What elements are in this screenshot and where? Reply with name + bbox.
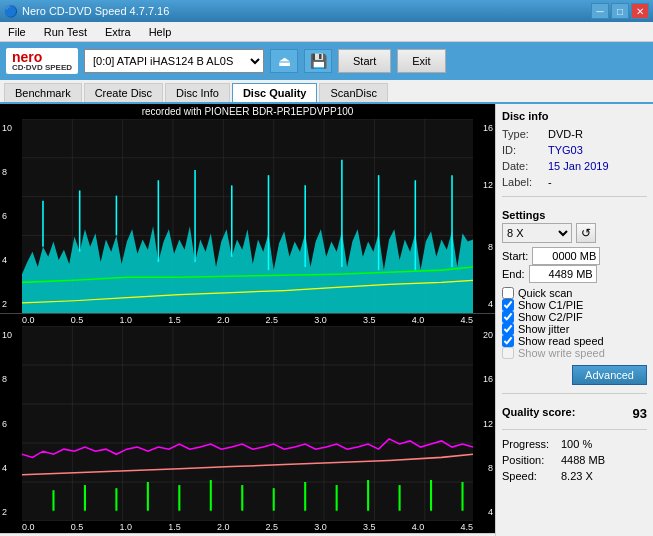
show-jitter-row: Show jitter xyxy=(502,323,647,335)
show-read-speed-checkbox[interactable] xyxy=(502,335,514,347)
eject-button[interactable]: ⏏ xyxy=(270,49,298,73)
advanced-button[interactable]: Advanced xyxy=(572,365,647,385)
end-input[interactable] xyxy=(529,265,597,283)
menu-extra[interactable]: Extra xyxy=(101,24,135,40)
menu-run-test[interactable]: Run Test xyxy=(40,24,91,40)
menu-help[interactable]: Help xyxy=(145,24,176,40)
titlebar: 🔵 Nero CD-DVD Speed 4.7.7.16 ─ □ ✕ xyxy=(0,0,653,22)
quick-scan-checkbox[interactable] xyxy=(502,287,514,299)
progress-row: Progress: 100 % xyxy=(502,438,647,450)
logo-main: nero xyxy=(12,50,72,64)
start-row: Start: xyxy=(502,247,647,265)
close-button[interactable]: ✕ xyxy=(631,3,649,19)
chart-bottom: 10 8 6 4 2 20 16 12 8 4 xyxy=(0,326,495,521)
app-icon: 🔵 xyxy=(4,5,18,18)
tab-disc-quality[interactable]: Disc Quality xyxy=(232,83,318,102)
quick-scan-row: Quick scan xyxy=(502,287,647,299)
speed-row: 8 X ↺ xyxy=(502,223,647,243)
menubar: File Run Test Extra Help xyxy=(0,22,653,42)
top-chart-svg xyxy=(22,119,473,313)
exit-button[interactable]: Exit xyxy=(397,49,445,73)
show-c1pie-row: Show C1/PIE xyxy=(502,299,647,311)
logo-sub: CD·DVD SPEED xyxy=(12,64,72,72)
drive-select[interactable]: [0:0] ATAPI iHAS124 B AL0S xyxy=(84,49,264,73)
tab-create-disc[interactable]: Create Disc xyxy=(84,83,163,102)
show-c2pif-checkbox[interactable] xyxy=(502,311,514,323)
tab-benchmark[interactable]: Benchmark xyxy=(4,83,82,102)
show-read-speed-row: Show read speed xyxy=(502,335,647,347)
refresh-button[interactable]: ↺ xyxy=(576,223,596,243)
save-button[interactable]: 💾 xyxy=(304,49,332,73)
top-x-axis: 0.0 0.5 1.0 1.5 2.0 2.5 3.0 3.5 4.0 4.5 xyxy=(0,314,495,326)
titlebar-title: Nero CD-DVD Speed 4.7.7.16 xyxy=(18,5,591,17)
chart-title: recorded with PIONEER BDR-PR1EPDVPP100 xyxy=(0,104,495,119)
show-write-speed-row: Show write speed xyxy=(502,347,647,359)
toolbar: nero CD·DVD SPEED [0:0] ATAPI iHAS124 B … xyxy=(0,42,653,80)
menu-file[interactable]: File xyxy=(4,24,30,40)
disc-id-row: ID: TYG03 xyxy=(502,144,647,156)
start-input[interactable] xyxy=(532,247,600,265)
settings-title: Settings xyxy=(502,209,647,221)
main-content: recorded with PIONEER BDR-PR1EPDVPP100 1… xyxy=(0,104,653,536)
minimize-button[interactable]: ─ xyxy=(591,3,609,19)
show-c2pif-row: Show C2/PIF xyxy=(502,311,647,323)
bottom-y-axis-left: 10 8 6 4 2 xyxy=(2,326,12,521)
disc-label-row: Label: - xyxy=(502,176,647,188)
end-row: End: xyxy=(502,265,647,283)
divider-1 xyxy=(502,196,647,197)
chart-top: 10 8 6 4 2 16 12 8 4 xyxy=(0,119,495,314)
speed-select[interactable]: 8 X xyxy=(502,223,572,243)
bottom-x-axis: 0.0 0.5 1.0 1.5 2.0 2.5 3.0 3.5 4.0 4.5 xyxy=(0,521,495,533)
app-logo: nero CD·DVD SPEED xyxy=(6,48,78,74)
tab-scan-disc[interactable]: ScanDisc xyxy=(319,83,387,102)
disc-type-row: Type: DVD-R xyxy=(502,128,647,140)
show-write-speed-checkbox xyxy=(502,347,514,359)
divider-2 xyxy=(502,393,647,394)
disc-date-row: Date: 15 Jan 2019 xyxy=(502,160,647,172)
maximize-button[interactable]: □ xyxy=(611,3,629,19)
bottom-chart-svg xyxy=(22,326,473,521)
titlebar-controls: ─ □ ✕ xyxy=(591,3,649,19)
start-button[interactable]: Start xyxy=(338,49,391,73)
quality-score-row: Quality score: 93 xyxy=(502,406,647,421)
bottom-y-axis-right: 20 16 12 8 4 xyxy=(483,326,493,521)
settings-section: Settings 8 X ↺ Start: End: Quick scan xyxy=(502,209,647,385)
tab-disc-info[interactable]: Disc Info xyxy=(165,83,230,102)
show-c1pie-checkbox[interactable] xyxy=(502,299,514,311)
chart-area: recorded with PIONEER BDR-PR1EPDVPP100 1… xyxy=(0,104,495,536)
tabbar: Benchmark Create Disc Disc Info Disc Qua… xyxy=(0,80,653,104)
right-panel: Disc info Type: DVD-R ID: TYG03 Date: 15… xyxy=(495,104,653,536)
top-y-axis-left: 10 8 6 4 2 xyxy=(2,119,12,313)
position-row: Position: 4488 MB xyxy=(502,454,647,466)
top-y-axis-right: 16 12 8 4 xyxy=(483,119,493,313)
show-jitter-checkbox[interactable] xyxy=(502,323,514,335)
disc-info-title: Disc info xyxy=(502,110,647,122)
speed-row-2: Speed: 8.23 X xyxy=(502,470,647,482)
divider-3 xyxy=(502,429,647,430)
svg-rect-28 xyxy=(22,326,473,521)
